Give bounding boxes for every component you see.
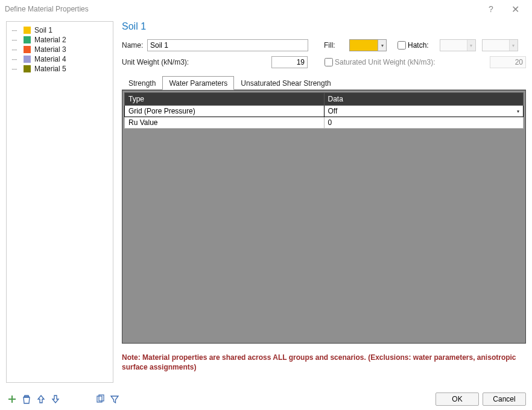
dropdown-arrow-icon[interactable]: ▾ [515, 107, 522, 115]
close-button[interactable]: ✕ [503, 4, 527, 15]
hatch-color-select: ▾ [482, 39, 518, 51]
move-up-button[interactable] [35, 393, 47, 405]
tree-connector: ····· [11, 56, 22, 63]
grid-row[interactable]: Grid (Pore Pressure) Off ▾ [125, 106, 524, 117]
unitweight-label: Unit Weight (kN/m3): [122, 58, 271, 66]
bottom-toolbar: OK Cancel [0, 388, 532, 410]
color-swatch [24, 56, 31, 63]
grid-cell-type[interactable]: Grid (Pore Pressure) [125, 106, 325, 117]
tree-label: Material 5 [34, 65, 66, 73]
plus-icon [7, 394, 17, 404]
saturated-checkbox-input[interactable] [325, 58, 333, 66]
tree-item-material5[interactable]: ····· Material 5 [9, 64, 110, 74]
arrow-up-icon [36, 394, 46, 404]
cancel-button[interactable]: Cancel [483, 392, 526, 406]
name-input[interactable] [147, 39, 308, 51]
tabs: Strength Water Parameters Unsaturated Sh… [122, 75, 526, 90]
saturated-checkbox[interactable]: Saturated Unit Weight (kN/m3): [325, 58, 435, 66]
tab-unsaturated[interactable]: Unsaturated Shear Strength [234, 76, 337, 90]
chevron-down-icon: ▾ [378, 40, 386, 51]
titlebar: Define Material Properties ? ✕ [0, 0, 532, 18]
add-button[interactable] [6, 393, 18, 405]
help-button[interactable]: ? [479, 4, 503, 14]
tree-connector: ····· [11, 46, 22, 53]
grid-cell-type[interactable]: Ru Value [125, 117, 325, 129]
unitweight-input[interactable] [271, 56, 308, 68]
material-title: Soil 1 [122, 21, 526, 32]
saturated-input [490, 56, 526, 68]
note-text: Note: Material properties are shared acr… [122, 353, 526, 372]
delete-button[interactable] [21, 393, 33, 405]
name-label: Name: [122, 41, 147, 50]
tree-item-material2[interactable]: ····· Material 2 [9, 35, 110, 45]
tree-label: Soil 1 [34, 26, 52, 34]
grid-cell-data[interactable]: 0 [324, 117, 524, 129]
main-panel: Soil 1 Name: Fill: ▾ Hatch: ▾ ▾ Unit Wei… [113, 21, 526, 383]
material-tree[interactable]: ····· Soil 1 ····· Material 2 ····· Mate… [6, 21, 113, 383]
color-swatch [24, 27, 31, 34]
tree-label: Material 2 [34, 36, 66, 44]
hatch-checkbox[interactable]: Hatch: [397, 41, 429, 50]
tree-item-soil1[interactable]: ····· Soil 1 [9, 25, 110, 35]
tab-water-parameters[interactable]: Water Parameters [162, 76, 234, 90]
grid-cell-data[interactable]: Off ▾ [324, 106, 524, 117]
ok-button[interactable]: OK [435, 392, 479, 406]
grid-row[interactable]: Ru Value 0 [125, 117, 524, 129]
tree-item-material4[interactable]: ····· Material 4 [9, 54, 110, 64]
trash-icon [22, 394, 31, 404]
fill-label: Fill: [324, 41, 349, 50]
hatch-pattern-select: ▾ [440, 39, 476, 51]
parameter-grid[interactable]: Type Data Grid (Pore Pressure) Off ▾ Ru … [122, 90, 526, 344]
hatch-label: Hatch: [408, 41, 429, 50]
hatch-checkbox-input[interactable] [397, 41, 406, 50]
arrow-down-icon [51, 394, 60, 404]
color-swatch [24, 36, 31, 43]
move-down-button[interactable] [49, 393, 62, 405]
copy-icon [95, 394, 105, 404]
col-header-data[interactable]: Data [324, 93, 524, 106]
chevron-down-icon: ▾ [467, 40, 475, 51]
window-title: Define Material Properties [5, 5, 479, 13]
color-swatch [24, 46, 31, 53]
col-header-type[interactable]: Type [125, 93, 325, 106]
tree-label: Material 4 [34, 55, 66, 63]
fill-color-select[interactable]: ▾ [349, 39, 387, 51]
tab-strength[interactable]: Strength [122, 76, 162, 90]
filter-icon [110, 394, 119, 404]
copy-button[interactable] [94, 393, 106, 405]
tree-connector: ····· [11, 37, 22, 43]
filter-button[interactable] [109, 393, 121, 405]
saturated-label: Saturated Unit Weight (kN/m3): [335, 58, 435, 66]
color-swatch [24, 65, 31, 72]
tree-item-material3[interactable]: ····· Material 3 [9, 45, 110, 54]
tree-connector: ····· [11, 66, 22, 72]
tree-label: Material 3 [34, 45, 66, 54]
chevron-down-icon: ▾ [509, 40, 518, 51]
tree-connector: ····· [11, 27, 22, 34]
